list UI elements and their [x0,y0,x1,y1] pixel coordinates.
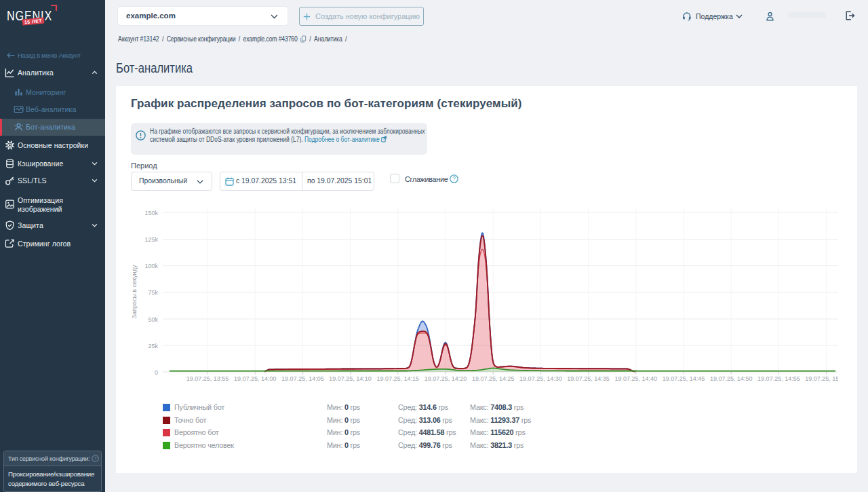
svg-text:100k: 100k [144,263,158,269]
svg-text:0: 0 [155,369,158,376]
svg-text:19.07.25, 14:55: 19.07.25, 14:55 [757,375,800,382]
svg-text:19.07.25, 14:50: 19.07.25, 14:50 [710,375,753,382]
svg-text:?: ? [94,456,96,461]
svg-text:19.07.25, 14:15: 19.07.25, 14:15 [377,375,420,382]
svg-text:?: ? [452,175,456,182]
svg-text:19.07.25, 14:45: 19.07.25, 14:45 [663,375,705,382]
svg-text:50k: 50k [148,316,158,323]
svg-text:19.07.25, 14:00: 19.07.25, 14:00 [234,375,277,382]
svg-text:Запросы в секунду: Запросы в секунду [131,265,138,318]
svg-text:19.07.25, 14:05: 19.07.25, 14:05 [281,375,324,382]
svg-text:19.07.25, 14:10: 19.07.25, 14:10 [329,375,372,382]
svg-text:19.07.25, 13:55: 19.07.25, 13:55 [186,375,229,382]
svg-text:150k: 150k [144,210,158,216]
svg-text:19.07.25, 14:40: 19.07.25, 14:40 [615,375,658,382]
svg-text:75k: 75k [148,289,158,296]
svg-text:19.07.25, 14:25: 19.07.25, 14:25 [472,375,515,382]
svg-text:19.07.25, 15:00: 19.07.25, 15:00 [805,375,848,382]
svg-text:19.07.25, 14:20: 19.07.25, 14:20 [425,375,467,382]
svg-text:19.07.25, 14:30: 19.07.25, 14:30 [519,375,562,382]
svg-text:125k: 125k [144,236,158,243]
svg-text:19.07.25, 14:35: 19.07.25, 14:35 [567,375,610,382]
svg-text:25k: 25k [148,343,158,349]
